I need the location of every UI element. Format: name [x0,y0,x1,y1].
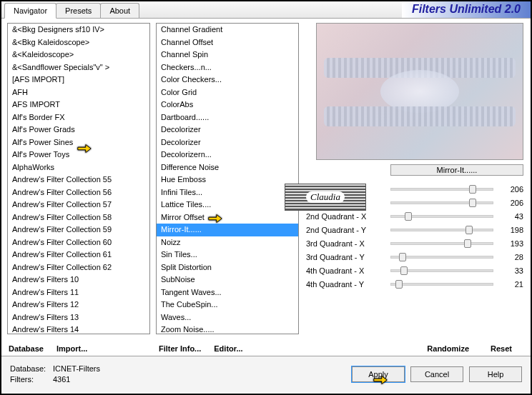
list-item[interactable]: Alf's Power Toys [8,149,149,161]
category-list[interactable]: &<Bkg Designers sf10 IV>&<Bkg Kaleidosco… [7,23,150,334]
header-bar: Navigator Presets About Filters Unlimite… [1,1,531,19]
tab-presets[interactable]: Presets [56,3,101,18]
list-item[interactable]: The CubeSpin... [157,299,298,311]
list-item[interactable]: Andrew's Filter Collection 55 [8,174,149,186]
category-column: &<Bkg Designers sf10 IV>&<Bkg Kaleidosco… [1,19,152,356]
param-label: 2nd Quadrant - Y [306,226,385,234]
help-button[interactable]: Help [469,366,522,382]
list-item[interactable]: Andrew's Filters 13 [8,311,149,324]
param-value: 206 [499,185,523,194]
param-value: 28 [499,253,523,261]
list-item[interactable]: &<Bkg Kaleidoscope> [8,36,149,49]
param-slider[interactable] [390,215,493,218]
list-item[interactable]: ColorAbs [157,99,298,111]
list-item[interactable]: Channel Gradient [157,24,298,36]
filter-column: Channel GradientChannel OffsetChannel Sp… [152,19,302,356]
list-item[interactable]: Channel Spin [157,49,298,61]
preview-image [316,23,523,160]
reset-button[interactable]: Reset [491,344,512,353]
database-button[interactable]: Database [9,344,44,353]
list-item[interactable]: &<Kaleidoscope> [8,49,149,61]
param-row: 4th Quadrant - X33 [306,264,523,277]
list-item[interactable]: Alf's Power Grads [8,124,149,136]
param-value: 43 [499,212,523,221]
list-item[interactable]: Mirror Offset [157,211,298,224]
list-item[interactable]: Sin Tiles... [157,249,298,261]
list-item[interactable]: Lattice Tiles.... [157,199,298,211]
cancel-button[interactable]: Cancel [410,366,463,382]
list-item[interactable]: &<Sandflower Specials"v" > [8,61,149,74]
param-row: 2nd Quadrant - Y198 [306,224,523,236]
list-item[interactable]: Andrew's Filter Collection 58 [8,211,149,224]
list-item[interactable]: Tangent Waves... [157,286,298,299]
left-button-row: Database Import... [9,344,149,353]
param-label: 4th Quadrant - Y [306,280,385,289]
list-item[interactable]: Zoom Noise..... [157,324,298,334]
param-value: 21 [499,280,523,289]
list-item[interactable]: Andrew's Filter Collection 62 [8,261,149,274]
filter-list[interactable]: Channel GradientChannel OffsetChannel Sp… [156,23,299,334]
apply-button[interactable]: Apply [352,366,405,382]
list-item[interactable]: Alf's Border FX [8,111,149,124]
list-item[interactable]: Noizz [157,236,298,249]
randomize-button[interactable]: Randomize [427,344,469,353]
list-item[interactable]: Andrew's Filter Collection 60 [8,236,149,249]
list-item[interactable]: Andrew's Filter Collection 57 [8,199,149,211]
list-item[interactable]: Split Distortion [157,261,298,274]
param-label: 3rd Quadrant - X [306,239,385,248]
param-slider[interactable] [390,269,493,272]
param-slider[interactable] [390,242,493,245]
list-item[interactable]: Color Grid [157,86,298,99]
current-filter-name: Mirror-It...... [390,164,523,176]
param-value: 206 [499,199,523,207]
database-label: Database: [10,364,53,374]
list-item[interactable]: Mirror-It...... [157,224,298,236]
list-item[interactable]: Hue Emboss [157,174,298,186]
param-slider[interactable] [390,283,493,286]
database-value: ICNET-Filters [53,364,100,373]
param-label: 3rd Quadrant - Y [306,253,385,261]
list-item[interactable]: Checkers...n... [157,61,298,74]
editor-button[interactable]: Editor... [214,344,242,353]
randomize-reset-row: Randomize Reset [306,341,523,356]
list-item[interactable]: [AFS IMPORT] [8,74,149,86]
list-item[interactable]: Decolorizer [157,124,298,136]
param-label: 4th Quadrant - X [306,266,385,275]
filter-info-button[interactable]: Filter Info... [159,344,201,353]
param-row: 2nd Quadrant - X43 [306,210,523,223]
tab-about[interactable]: About [100,3,139,18]
list-item[interactable]: Difference Noise [157,161,298,174]
list-item[interactable]: &<Bkg Designers sf10 IV> [8,24,149,36]
list-item[interactable]: Andrew's Filters 12 [8,299,149,311]
list-item[interactable]: Waves... [157,311,298,324]
list-item[interactable]: Channel Offset [157,36,298,49]
import-button[interactable]: Import... [56,344,87,353]
footer: Database:ICNET-Filters Filters:4361 Appl… [1,356,531,392]
app-title: Filters Unlimited 2.0 [402,1,531,18]
list-item[interactable]: Decolorizern... [157,149,298,161]
param-slider[interactable] [390,188,493,191]
list-item[interactable]: Andrew's Filters 14 [8,324,149,334]
param-slider[interactable] [390,201,493,204]
param-slider[interactable] [390,256,493,259]
param-value: 33 [499,266,523,275]
list-item[interactable]: Infini Tiles... [157,186,298,199]
list-item[interactable]: Andrew's Filter Collection 56 [8,186,149,199]
list-item[interactable]: AlphaWorks [8,161,149,174]
param-value: 193 [499,239,523,248]
footer-info: Database:ICNET-Filters Filters:4361 [10,364,100,385]
footer-buttons: Apply Cancel Help [352,366,522,382]
list-item[interactable]: Andrew's Filters 10 [8,274,149,286]
list-item[interactable]: Andrew's Filter Collection 61 [8,249,149,261]
list-item[interactable]: AFH [8,86,149,99]
list-item[interactable]: Color Checkers... [157,74,298,86]
list-item[interactable]: Andrew's Filter Collection 59 [8,224,149,236]
list-item[interactable]: Decolorizer [157,136,298,149]
tab-navigator[interactable]: Navigator [4,3,56,19]
list-item[interactable]: Dartboard...... [157,111,298,124]
list-item[interactable]: AFS IMPORT [8,99,149,111]
list-item[interactable]: Alf's Power Sines [8,136,149,149]
param-slider[interactable] [390,229,493,231]
list-item[interactable]: SubNoise [157,274,298,286]
list-item[interactable]: Andrew's Filters 11 [8,286,149,299]
